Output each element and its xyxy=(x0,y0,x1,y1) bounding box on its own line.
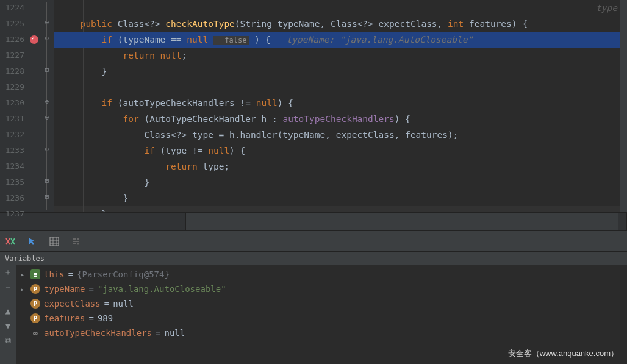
diff-icon[interactable] xyxy=(4,235,17,248)
variables-panel: ＋ － ▲ ▼ ⧉ ▸ ≡ this = {ParserConfig@574} … xyxy=(0,265,627,364)
code-line[interactable]: } xyxy=(54,206,620,212)
fold-marker-icon[interactable]: ⊟ xyxy=(43,177,51,185)
inline-evaluation: = false xyxy=(213,36,249,45)
brace: } xyxy=(144,177,149,187)
fold-marker-icon[interactable]: ⊟ xyxy=(43,193,51,201)
code-line[interactable] xyxy=(54,0,620,16)
keyword: return xyxy=(123,51,155,60)
code-area[interactable]: public Class<?> checkAutoType(String typ… xyxy=(54,0,620,212)
null-literal: null xyxy=(208,146,229,155)
expand-arrow-icon[interactable]: ▸ xyxy=(21,271,27,278)
code-text: (type != xyxy=(155,146,208,155)
watermark-text: 安全客（www.anquanke.com） xyxy=(508,348,618,359)
remove-watch-button[interactable]: － xyxy=(3,282,13,291)
scrollbar-thumb[interactable] xyxy=(186,213,618,230)
variable-name: features xyxy=(44,313,85,323)
breakpoint-check-icon: ✓ xyxy=(32,35,35,41)
type: Class<?> xyxy=(118,19,160,29)
breakpoint-icon[interactable]: ✓ xyxy=(30,35,38,44)
settings-icon[interactable] xyxy=(70,235,83,248)
brace: } xyxy=(102,209,107,212)
brace: } xyxy=(102,66,107,76)
equals: = xyxy=(156,328,160,338)
line-number-gutter: 1224 1225 1226 1227 1228 1229 1230 1231 … xyxy=(0,0,28,212)
variable-name: this xyxy=(44,269,65,279)
code-line[interactable]: return type; xyxy=(54,159,620,174)
null-literal: null xyxy=(155,51,182,60)
equals: = xyxy=(88,313,93,323)
equals: = xyxy=(68,269,73,279)
code-line[interactable]: } xyxy=(54,63,620,79)
param-icon: P xyxy=(30,284,40,294)
semicolon: ; xyxy=(182,51,187,60)
param-hint: type xyxy=(596,0,617,16)
line-number: 1232 xyxy=(0,127,28,143)
scrollbar-segment xyxy=(618,213,627,230)
fold-gutter[interactable]: ⊖ ⊖ ⊟ ⊖ ⊖ ⊖ ⊟ ⊟ xyxy=(40,0,54,212)
fold-marker-icon[interactable]: ⊖ xyxy=(43,145,51,153)
variable-value: {ParserConfig@574} xyxy=(77,269,170,279)
code-line[interactable]: if (type != null) { xyxy=(54,143,620,159)
line-number: 1231 xyxy=(0,111,28,127)
line-number: 1224 xyxy=(0,0,28,16)
signature: (String typeName, Class<?> expectClass, xyxy=(235,19,448,29)
copy-button[interactable]: ⧉ xyxy=(3,335,13,345)
variable-value: null xyxy=(113,299,134,309)
fold-marker-icon[interactable]: ⊖ xyxy=(43,18,51,26)
code-line[interactable]: public Class<?> checkAutoType(String typ… xyxy=(54,16,620,32)
variable-name: typeName xyxy=(44,284,85,294)
inline-hint: typeName: "java.lang.AutoCloseable" xyxy=(287,35,473,45)
line-number: 1229 xyxy=(0,79,28,95)
code-text: Class<?> type = h.handler(typeName, expe… xyxy=(144,130,458,140)
line-number: 1237 xyxy=(0,206,28,222)
code-text: ) { xyxy=(395,114,410,124)
code-line[interactable]: Class<?> type = h.handler(typeName, expe… xyxy=(54,127,620,143)
keyword: if xyxy=(144,146,154,155)
horizontal-scrollbar-area[interactable] xyxy=(0,212,627,230)
variable-row[interactable]: ▸ ≡ this = {ParserConfig@574} xyxy=(16,267,627,282)
fold-marker-icon[interactable]: ⊖ xyxy=(43,113,51,121)
equals: = xyxy=(104,299,109,309)
variable-row[interactable]: ∞ autoTypeCheckHandlers = null xyxy=(16,326,627,340)
current-line[interactable]: if (typeName == null = false ) { typeNam… xyxy=(54,32,620,48)
keyword: if xyxy=(102,35,112,45)
code-line[interactable]: } xyxy=(54,174,620,190)
code-text: ) { xyxy=(254,35,270,45)
move-up-button[interactable]: ▲ xyxy=(3,306,13,316)
null-literal: null xyxy=(256,98,278,108)
keyword: int xyxy=(448,19,464,29)
line-number: 1234 xyxy=(0,159,28,174)
expand-arrow-icon[interactable]: ▸ xyxy=(21,286,27,293)
code-line[interactable] xyxy=(54,79,620,95)
line-number: 1226 xyxy=(0,32,28,48)
field-ref: autoTypeCheckHandlers xyxy=(282,114,394,124)
variable-row[interactable]: P features = 989 xyxy=(16,311,627,326)
variable-value: "java.lang.AutoCloseable" xyxy=(98,284,226,294)
null-literal: null xyxy=(187,35,208,45)
code-line[interactable]: for (AutoTypeCheckHandler h : autoTypeCh… xyxy=(54,111,620,127)
keyword: public xyxy=(81,19,112,29)
fold-marker-icon[interactable]: ⊖ xyxy=(43,34,51,42)
breakpoint-gutter[interactable]: ✓ xyxy=(28,0,40,212)
cursor-icon[interactable] xyxy=(26,235,39,248)
keyword: return xyxy=(165,162,197,171)
line-number: 1230 xyxy=(0,95,28,111)
param-icon: P xyxy=(30,313,40,323)
move-down-button[interactable]: ▼ xyxy=(3,321,13,330)
code-text: ) { xyxy=(229,146,245,155)
table-icon[interactable] xyxy=(48,235,61,248)
fold-marker-icon[interactable]: ⊖ xyxy=(43,98,51,105)
add-watch-button[interactable]: ＋ xyxy=(3,267,13,277)
code-line[interactable]: if (autoTypeCheckHandlers != null) { xyxy=(54,95,620,111)
code-line[interactable]: } xyxy=(54,190,620,206)
code-line[interactable]: return null; xyxy=(54,48,620,63)
line-number: 1227 xyxy=(0,48,28,63)
vertical-scrollbar[interactable] xyxy=(620,0,627,212)
code-text: type; xyxy=(198,162,229,171)
keyword: for xyxy=(123,114,139,124)
fold-marker-icon[interactable]: ⊟ xyxy=(43,66,51,74)
code-text: (typeName == xyxy=(112,35,187,45)
variable-row[interactable]: ▸ P typeName = "java.lang.AutoCloseable" xyxy=(16,282,627,296)
variable-row[interactable]: P expectClass = null xyxy=(16,296,627,311)
svg-point-5 xyxy=(77,238,79,240)
